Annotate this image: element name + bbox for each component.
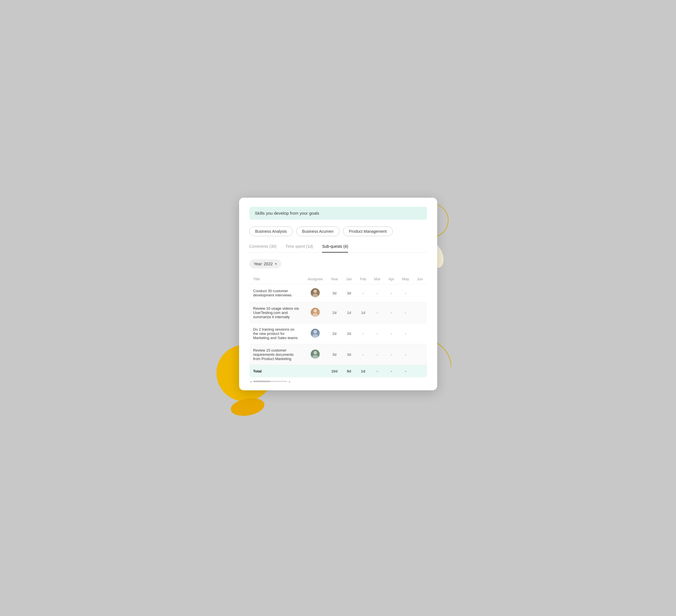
avatar <box>311 288 320 297</box>
total-apr: - <box>385 365 398 377</box>
row2-mar: - <box>370 302 384 323</box>
scene: Skills you develop from your goals Busin… <box>239 198 437 418</box>
row3-may: - <box>398 323 413 344</box>
row4-assignee <box>303 344 327 365</box>
tab-sub-quests[interactable]: Sub-quests (4) <box>322 244 348 253</box>
row2-jan: 1d <box>342 302 356 323</box>
skill-tag-business-acumen[interactable]: Business Acumen <box>296 227 340 236</box>
col-year: Year <box>327 274 342 284</box>
table-row: Do 2 training sessions on the new produc… <box>249 323 427 344</box>
col-feb: Feb <box>356 274 370 284</box>
row3-apr: - <box>385 323 398 344</box>
row1-assignee <box>303 284 327 302</box>
avatar <box>311 350 320 359</box>
total-row: Total 10d 9d 1d - - - <box>249 365 427 377</box>
row2-title: Review 10 usage videos via UserTesting.c… <box>249 302 304 323</box>
svg-point-6 <box>314 351 317 354</box>
chevron-down-icon: ▾ <box>275 262 277 266</box>
year-filter-dropdown[interactable]: Year: 2022 ▾ <box>249 259 281 268</box>
year-filter-label: Year: 2022 <box>254 262 273 266</box>
avatar <box>311 308 320 317</box>
sub-quests-table: Title Assignee Year Jan Feb Mar Apr May … <box>249 274 427 377</box>
col-jun: Jun <box>413 274 427 284</box>
row3-title: Do 2 training sessions on the new produc… <box>249 323 304 344</box>
table-row: Review 10 usage videos via UserTesting.c… <box>249 302 427 323</box>
row3-jan: 2d <box>342 323 356 344</box>
row1-mar: - <box>370 284 384 302</box>
row4-jan: 3d <box>342 344 356 365</box>
row4-year: 3d <box>327 344 342 365</box>
row3-year: 2d <box>327 323 342 344</box>
col-mar: Mar <box>370 274 384 284</box>
table-header-row: Title Assignee Year Jan Feb Mar Apr May … <box>249 274 427 284</box>
main-card: Skills you develop from your goals Busin… <box>239 198 437 390</box>
scroll-right-arrow[interactable]: ▸ <box>289 380 291 383</box>
tab-time-spent[interactable]: Time spent (1d) <box>285 244 313 253</box>
skill-tags-container: Business Analysis Business Acumen Produc… <box>249 227 427 236</box>
sub-quests-table-wrapper: Title Assignee Year Jan Feb Mar Apr May … <box>249 274 427 377</box>
person-icon <box>311 288 320 297</box>
col-may: May <box>398 274 413 284</box>
svg-point-0 <box>314 290 317 293</box>
table-row: Conduct 30 customer development intervie… <box>249 284 427 302</box>
total-year: 10d <box>327 365 342 377</box>
tabs-container: Comments (30) Time spent (1d) Sub-quests… <box>249 244 427 253</box>
svg-point-5 <box>313 334 318 338</box>
row2-jun <box>413 302 427 323</box>
table-row: Review 15 customer requirements document… <box>249 344 427 365</box>
total-label: Total <box>249 365 304 377</box>
total-may: - <box>398 365 413 377</box>
row3-assignee <box>303 323 327 344</box>
row4-may: - <box>398 344 413 365</box>
row4-title: Review 15 customer requirements document… <box>249 344 304 365</box>
skill-tag-business-analysis[interactable]: Business Analysis <box>249 227 293 236</box>
total-jan: 9d <box>342 365 356 377</box>
svg-point-1 <box>313 294 318 297</box>
row1-may: - <box>398 284 413 302</box>
col-jan: Jan <box>342 274 356 284</box>
total-mar: - <box>370 365 384 377</box>
total-jun <box>413 365 427 377</box>
row2-year: 2d <box>327 302 342 323</box>
scroll-track[interactable] <box>253 381 287 382</box>
row1-apr: - <box>385 284 398 302</box>
row1-jun <box>413 284 427 302</box>
col-title: Title <box>249 274 304 284</box>
person-icon <box>311 329 320 338</box>
svg-point-2 <box>314 309 317 313</box>
row1-year: 3d <box>327 284 342 302</box>
svg-point-7 <box>313 355 318 359</box>
person-icon <box>311 350 320 359</box>
skill-tag-product-management[interactable]: Product Management <box>343 227 393 236</box>
svg-point-3 <box>313 313 318 317</box>
col-assignee: Assignee <box>303 274 327 284</box>
row4-feb: - <box>356 344 370 365</box>
scroll-hint: ◂ ▸ <box>249 380 427 383</box>
row2-may: - <box>398 302 413 323</box>
row4-mar: - <box>370 344 384 365</box>
tab-comments[interactable]: Comments (30) <box>249 244 276 253</box>
col-apr: Apr <box>385 274 398 284</box>
row3-mar: - <box>370 323 384 344</box>
row1-jan: 3d <box>342 284 356 302</box>
row3-jun <box>413 323 427 344</box>
row4-apr: - <box>385 344 398 365</box>
skills-banner-text: Skills you develop from your goals <box>255 211 320 215</box>
row2-feb: 1d <box>356 302 370 323</box>
row4-jun <box>413 344 427 365</box>
skills-banner: Skills you develop from your goals <box>249 207 427 220</box>
row2-apr: - <box>385 302 398 323</box>
svg-point-4 <box>314 330 317 333</box>
row3-feb: - <box>356 323 370 344</box>
row2-assignee <box>303 302 327 323</box>
avatar <box>311 329 320 338</box>
scroll-thumb <box>253 381 270 382</box>
row1-title: Conduct 30 customer development intervie… <box>249 284 304 302</box>
total-feb: 1d <box>356 365 370 377</box>
person-icon <box>311 308 320 317</box>
scroll-left-arrow[interactable]: ◂ <box>250 380 251 383</box>
row1-feb: - <box>356 284 370 302</box>
